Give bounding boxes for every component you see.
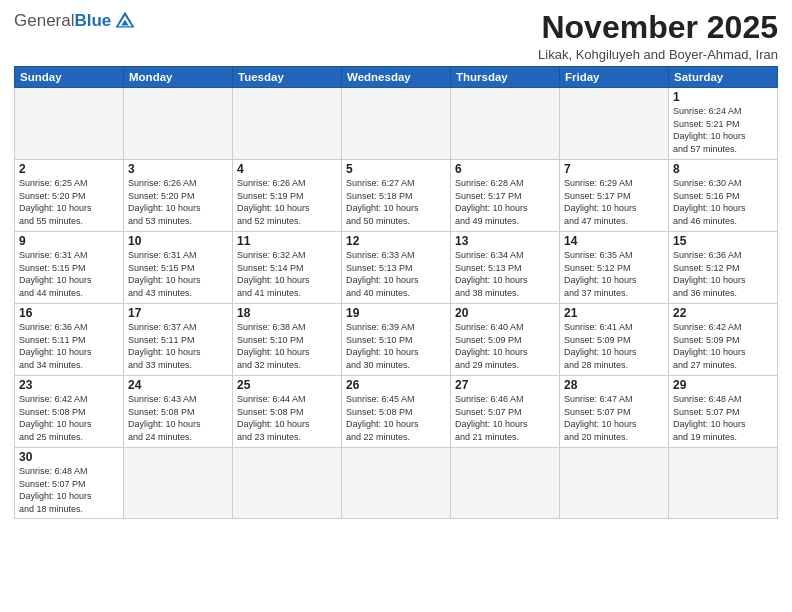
- day-number: 18: [237, 306, 337, 320]
- title-area: November 2025 Likak, Kohgiluyeh and Boye…: [538, 10, 778, 62]
- day-info: Sunrise: 6:36 AMSunset: 5:11 PMDaylight:…: [19, 321, 119, 371]
- empty-cell: [560, 448, 669, 518]
- day-number: 21: [564, 306, 664, 320]
- day-number: 22: [673, 306, 773, 320]
- logo-icon: [114, 10, 136, 32]
- day-number: 30: [19, 450, 119, 464]
- logo-blue: Blue: [74, 11, 111, 31]
- day-number: 1: [673, 90, 773, 104]
- day-info: Sunrise: 6:27 AMSunset: 5:18 PMDaylight:…: [346, 177, 446, 227]
- day-info: Sunrise: 6:33 AMSunset: 5:13 PMDaylight:…: [346, 249, 446, 299]
- day-info: Sunrise: 6:28 AMSunset: 5:17 PMDaylight:…: [455, 177, 555, 227]
- day-info: Sunrise: 6:45 AMSunset: 5:08 PMDaylight:…: [346, 393, 446, 443]
- day-info: Sunrise: 6:42 AMSunset: 5:09 PMDaylight:…: [673, 321, 773, 371]
- empty-cell: [451, 88, 560, 160]
- day-number: 8: [673, 162, 773, 176]
- day-info: Sunrise: 6:48 AMSunset: 5:07 PMDaylight:…: [673, 393, 773, 443]
- day-cell-4: 4Sunrise: 6:26 AMSunset: 5:19 PMDaylight…: [233, 160, 342, 232]
- day-number: 24: [128, 378, 228, 392]
- week-row-3: 9Sunrise: 6:31 AMSunset: 5:15 PMDaylight…: [15, 232, 778, 304]
- day-number: 10: [128, 234, 228, 248]
- day-cell-27: 27Sunrise: 6:46 AMSunset: 5:07 PMDayligh…: [451, 376, 560, 448]
- day-cell-2: 2Sunrise: 6:25 AMSunset: 5:20 PMDaylight…: [15, 160, 124, 232]
- day-cell-9: 9Sunrise: 6:31 AMSunset: 5:15 PMDaylight…: [15, 232, 124, 304]
- day-cell-21: 21Sunrise: 6:41 AMSunset: 5:09 PMDayligh…: [560, 304, 669, 376]
- day-number: 15: [673, 234, 773, 248]
- empty-cell: [15, 88, 124, 160]
- day-number: 23: [19, 378, 119, 392]
- day-info: Sunrise: 6:47 AMSunset: 5:07 PMDaylight:…: [564, 393, 664, 443]
- day-info: Sunrise: 6:42 AMSunset: 5:08 PMDaylight:…: [19, 393, 119, 443]
- day-cell-24: 24Sunrise: 6:43 AMSunset: 5:08 PMDayligh…: [124, 376, 233, 448]
- day-info: Sunrise: 6:36 AMSunset: 5:12 PMDaylight:…: [673, 249, 773, 299]
- day-number: 14: [564, 234, 664, 248]
- empty-cell: [342, 448, 451, 518]
- day-cell-16: 16Sunrise: 6:36 AMSunset: 5:11 PMDayligh…: [15, 304, 124, 376]
- day-cell-20: 20Sunrise: 6:40 AMSunset: 5:09 PMDayligh…: [451, 304, 560, 376]
- logo-area: General Blue: [14, 10, 136, 32]
- day-info: Sunrise: 6:37 AMSunset: 5:11 PMDaylight:…: [128, 321, 228, 371]
- day-cell-26: 26Sunrise: 6:45 AMSunset: 5:08 PMDayligh…: [342, 376, 451, 448]
- week-row-5: 23Sunrise: 6:42 AMSunset: 5:08 PMDayligh…: [15, 376, 778, 448]
- day-info: Sunrise: 6:34 AMSunset: 5:13 PMDaylight:…: [455, 249, 555, 299]
- header-tuesday: Tuesday: [233, 67, 342, 88]
- header-sunday: Sunday: [15, 67, 124, 88]
- header: General Blue November 2025 Likak, Kohgil…: [14, 10, 778, 62]
- day-number: 26: [346, 378, 446, 392]
- day-info: Sunrise: 6:35 AMSunset: 5:12 PMDaylight:…: [564, 249, 664, 299]
- day-info: Sunrise: 6:43 AMSunset: 5:08 PMDaylight:…: [128, 393, 228, 443]
- day-number: 28: [564, 378, 664, 392]
- day-number: 5: [346, 162, 446, 176]
- day-info: Sunrise: 6:44 AMSunset: 5:08 PMDaylight:…: [237, 393, 337, 443]
- day-info: Sunrise: 6:25 AMSunset: 5:20 PMDaylight:…: [19, 177, 119, 227]
- day-number: 16: [19, 306, 119, 320]
- week-row-1: 1Sunrise: 6:24 AMSunset: 5:21 PMDaylight…: [15, 88, 778, 160]
- empty-cell: [233, 88, 342, 160]
- day-number: 25: [237, 378, 337, 392]
- day-cell-12: 12Sunrise: 6:33 AMSunset: 5:13 PMDayligh…: [342, 232, 451, 304]
- day-number: 9: [19, 234, 119, 248]
- day-cell-3: 3Sunrise: 6:26 AMSunset: 5:20 PMDaylight…: [124, 160, 233, 232]
- header-wednesday: Wednesday: [342, 67, 451, 88]
- day-cell-18: 18Sunrise: 6:38 AMSunset: 5:10 PMDayligh…: [233, 304, 342, 376]
- header-saturday: Saturday: [669, 67, 778, 88]
- day-cell-15: 15Sunrise: 6:36 AMSunset: 5:12 PMDayligh…: [669, 232, 778, 304]
- day-cell-30: 30Sunrise: 6:48 AMSunset: 5:07 PMDayligh…: [15, 448, 124, 518]
- day-number: 2: [19, 162, 119, 176]
- day-number: 6: [455, 162, 555, 176]
- weekday-header-row: Sunday Monday Tuesday Wednesday Thursday…: [15, 67, 778, 88]
- logo-general: General: [14, 11, 74, 31]
- empty-cell: [124, 88, 233, 160]
- empty-cell: [669, 448, 778, 518]
- page: General Blue November 2025 Likak, Kohgil…: [0, 0, 792, 612]
- week-row-2: 2Sunrise: 6:25 AMSunset: 5:20 PMDaylight…: [15, 160, 778, 232]
- day-cell-23: 23Sunrise: 6:42 AMSunset: 5:08 PMDayligh…: [15, 376, 124, 448]
- day-info: Sunrise: 6:41 AMSunset: 5:09 PMDaylight:…: [564, 321, 664, 371]
- empty-cell: [451, 448, 560, 518]
- day-info: Sunrise: 6:29 AMSunset: 5:17 PMDaylight:…: [564, 177, 664, 227]
- day-cell-5: 5Sunrise: 6:27 AMSunset: 5:18 PMDaylight…: [342, 160, 451, 232]
- day-info: Sunrise: 6:31 AMSunset: 5:15 PMDaylight:…: [128, 249, 228, 299]
- day-cell-28: 28Sunrise: 6:47 AMSunset: 5:07 PMDayligh…: [560, 376, 669, 448]
- day-cell-13: 13Sunrise: 6:34 AMSunset: 5:13 PMDayligh…: [451, 232, 560, 304]
- day-info: Sunrise: 6:46 AMSunset: 5:07 PMDaylight:…: [455, 393, 555, 443]
- empty-cell: [233, 448, 342, 518]
- day-cell-19: 19Sunrise: 6:39 AMSunset: 5:10 PMDayligh…: [342, 304, 451, 376]
- day-info: Sunrise: 6:30 AMSunset: 5:16 PMDaylight:…: [673, 177, 773, 227]
- day-info: Sunrise: 6:24 AMSunset: 5:21 PMDaylight:…: [673, 105, 773, 155]
- day-number: 7: [564, 162, 664, 176]
- empty-cell: [560, 88, 669, 160]
- day-cell-6: 6Sunrise: 6:28 AMSunset: 5:17 PMDaylight…: [451, 160, 560, 232]
- day-cell-10: 10Sunrise: 6:31 AMSunset: 5:15 PMDayligh…: [124, 232, 233, 304]
- calendar: Sunday Monday Tuesday Wednesday Thursday…: [14, 66, 778, 518]
- day-number: 13: [455, 234, 555, 248]
- day-cell-25: 25Sunrise: 6:44 AMSunset: 5:08 PMDayligh…: [233, 376, 342, 448]
- day-number: 17: [128, 306, 228, 320]
- day-cell-8: 8Sunrise: 6:30 AMSunset: 5:16 PMDaylight…: [669, 160, 778, 232]
- week-row-4: 16Sunrise: 6:36 AMSunset: 5:11 PMDayligh…: [15, 304, 778, 376]
- day-number: 19: [346, 306, 446, 320]
- empty-cell: [124, 448, 233, 518]
- day-info: Sunrise: 6:26 AMSunset: 5:20 PMDaylight:…: [128, 177, 228, 227]
- day-info: Sunrise: 6:48 AMSunset: 5:07 PMDaylight:…: [19, 465, 119, 515]
- day-cell-22: 22Sunrise: 6:42 AMSunset: 5:09 PMDayligh…: [669, 304, 778, 376]
